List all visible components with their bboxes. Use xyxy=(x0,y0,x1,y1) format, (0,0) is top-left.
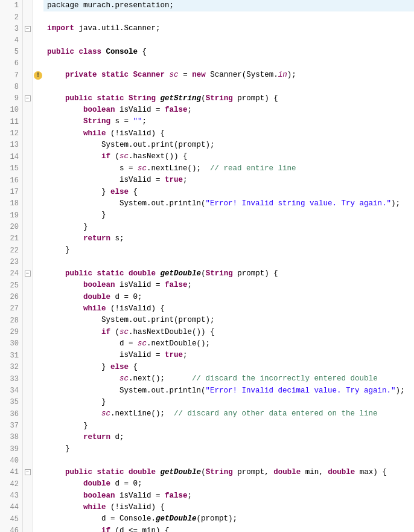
warning-gutter xyxy=(33,397,43,408)
line-number: 43 xyxy=(0,490,23,502)
line-number: 9 xyxy=(0,93,23,104)
warning-gutter xyxy=(33,46,43,58)
fold-button[interactable]: − xyxy=(25,26,31,32)
code-content: s = sc.nextLine(); // read entire line xyxy=(43,163,414,175)
line-number: 45 xyxy=(0,513,23,525)
warning-gutter xyxy=(33,116,43,127)
warning-gutter xyxy=(33,478,43,490)
warning-gutter xyxy=(33,432,43,443)
code-content: System.out.print(prompt); xyxy=(43,315,414,326)
fold-gutter xyxy=(23,292,33,303)
fold-button[interactable]: − xyxy=(25,271,31,277)
line-number: 23 xyxy=(0,257,23,268)
line-number: 3 xyxy=(0,23,23,34)
code-line: 10 boolean isValid = false; xyxy=(0,104,414,116)
code-line: 12 while (!isValid) { xyxy=(0,128,414,139)
code-line: 19 } xyxy=(0,210,414,221)
code-content: } xyxy=(43,420,414,432)
fold-gutter xyxy=(23,525,33,532)
fold-gutter xyxy=(23,46,33,58)
code-line: 43 boolean isValid = false; xyxy=(0,490,414,502)
fold-gutter xyxy=(23,373,33,385)
code-line: 29 if (sc.hasNextDouble()) { xyxy=(0,327,414,338)
warning-gutter xyxy=(33,373,43,385)
code-content: System.out.print(prompt); xyxy=(43,139,414,151)
code-line: 5 public class Console { xyxy=(0,46,414,58)
line-number: 40 xyxy=(0,455,23,467)
fold-gutter xyxy=(23,69,33,81)
line-number: 10 xyxy=(0,104,23,116)
code-content: public static String getString(String pr… xyxy=(43,93,414,104)
code-content: private static Scanner sc = new Scanner(… xyxy=(43,69,414,81)
warning-gutter xyxy=(33,408,43,420)
fold-gutter xyxy=(23,397,33,408)
code-line: 41 − public static double getDouble(Stri… xyxy=(0,467,414,478)
code-line: 22 } xyxy=(0,245,414,256)
line-number: 24 xyxy=(0,268,23,280)
code-content: return s; xyxy=(43,233,414,245)
code-content: double d = 0; xyxy=(43,478,414,490)
warning-gutter xyxy=(33,139,43,151)
warning-gutter xyxy=(33,292,43,303)
code-line: 38 return d; xyxy=(0,432,414,443)
warning-gutter xyxy=(33,23,43,34)
fold-gutter xyxy=(23,350,33,361)
line-number: 46 xyxy=(0,525,23,532)
line-number: 19 xyxy=(0,210,23,221)
fold-button[interactable]: − xyxy=(25,95,31,101)
fold-gutter xyxy=(23,82,33,93)
code-content: isValid = true; xyxy=(43,175,414,186)
warning-gutter xyxy=(33,104,43,116)
line-number: 44 xyxy=(0,502,23,513)
code-content: sc.next(); // discard the incorrectly en… xyxy=(43,373,414,385)
warning-gutter xyxy=(33,210,43,221)
warning-gutter xyxy=(33,257,43,268)
code-line: 4 xyxy=(0,35,414,46)
code-content: public static double getDouble(String pr… xyxy=(43,268,414,280)
warning-gutter: ! xyxy=(33,69,43,81)
code-content: if (d <= min) { xyxy=(43,525,414,532)
fold-gutter: − xyxy=(23,268,33,280)
code-line: 16 isValid = true; xyxy=(0,175,414,186)
code-line: 1 package murach.presentation; xyxy=(0,0,414,11)
warning-gutter xyxy=(33,303,43,315)
warning-gutter xyxy=(33,268,43,280)
code-content xyxy=(43,82,414,93)
fold-gutter xyxy=(23,303,33,315)
line-number: 30 xyxy=(0,338,23,350)
fold-gutter xyxy=(23,513,33,525)
code-line: 18 System.out.println("Error! Invalid st… xyxy=(0,198,414,210)
warning-gutter xyxy=(33,58,43,69)
fold-gutter xyxy=(23,175,33,186)
line-number: 2 xyxy=(0,11,23,23)
code-content: boolean isValid = false; xyxy=(43,490,414,502)
warning-gutter xyxy=(33,245,43,256)
line-number: 33 xyxy=(0,373,23,385)
code-content: while (!isValid) { xyxy=(43,502,414,513)
line-number: 41 xyxy=(0,467,23,478)
fold-gutter xyxy=(23,11,33,23)
warning-gutter xyxy=(33,443,43,455)
code-content: } xyxy=(43,222,414,233)
warning-gutter xyxy=(33,362,43,373)
code-line: 8 xyxy=(0,82,414,93)
line-number: 26 xyxy=(0,292,23,303)
line-number: 20 xyxy=(0,222,23,233)
code-content xyxy=(43,11,414,23)
line-number: 5 xyxy=(0,46,23,58)
code-content: d = Console.getDouble(prompt); xyxy=(43,513,414,525)
code-line: 17 } else { xyxy=(0,187,414,198)
fold-gutter xyxy=(23,362,33,373)
code-content: System.out.println("Error! Invalid decim… xyxy=(43,385,414,397)
warning-icon[interactable]: ! xyxy=(34,71,42,80)
fold-gutter xyxy=(23,222,33,233)
code-line: 39 } xyxy=(0,443,414,455)
fold-button[interactable]: − xyxy=(25,469,31,475)
warning-gutter xyxy=(33,385,43,397)
warning-gutter xyxy=(33,11,43,23)
warning-gutter xyxy=(33,187,43,198)
warning-gutter xyxy=(33,513,43,525)
code-line: 44 while (!isValid) { xyxy=(0,502,414,513)
code-content xyxy=(43,455,414,467)
warning-gutter xyxy=(33,82,43,93)
